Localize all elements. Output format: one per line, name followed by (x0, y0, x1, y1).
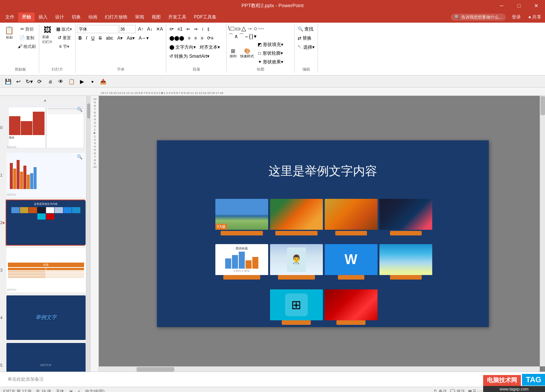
menu-slideshow[interactable]: 幻灯片放映 (101, 12, 131, 22)
slide-thumb-14[interactable]: 14 举例文字 (6, 295, 85, 341)
strikethrough-button[interactable]: S (97, 34, 103, 42)
shape-outline-button[interactable]: □ 形状轮廓▾ (256, 49, 285, 57)
menu-design[interactable]: 设计 (51, 12, 68, 22)
qa-clipboard2-button[interactable]: 📋 (66, 77, 76, 86)
maximize-button[interactable]: □ (510, 0, 528, 11)
copy-button[interactable]: 📄复制 (16, 34, 37, 42)
outline-view-button[interactable]: ☰ (473, 389, 476, 392)
shape-triangle[interactable]: △ (241, 25, 246, 32)
convert-smartart-button[interactable]: ↺ 转换为 SmartArt▾ (168, 52, 211, 60)
image-doctor[interactable]: 👨‍⚕️ (270, 244, 323, 282)
menu-transition[interactable]: 切换 (68, 12, 84, 22)
comments-button[interactable]: 💬 批注 (450, 389, 465, 392)
font-case-button[interactable]: Aa▾ (125, 34, 136, 42)
qa-undo-button[interactable]: ↩ (14, 77, 23, 86)
increase-font-button[interactable]: A↑ (137, 25, 145, 33)
qa-refresh-button[interactable]: ⟳ (35, 77, 45, 86)
align-left-button[interactable]: ⬤⬤⬤ (168, 34, 186, 42)
replace-button[interactable]: ⇄ 替换 (296, 34, 313, 42)
shape2-1[interactable]: ⌒ (228, 33, 233, 40)
align-right-button[interactable]: ≡ (193, 34, 198, 42)
image-word[interactable]: W (325, 244, 378, 282)
text-direction-button[interactable]: ⟳≡ (206, 34, 215, 42)
qa-redo-dropdown[interactable]: ↻▾ (24, 77, 34, 86)
reading-view-button[interactable]: 📖 (477, 389, 482, 392)
shape2-more[interactable]: ▾ (254, 33, 256, 39)
format-painter-button[interactable]: 🖌格式刷 (16, 42, 37, 51)
canvas-scrollbar-h[interactable] (99, 366, 540, 372)
shape2-6[interactable]: } (252, 33, 253, 39)
menu-home[interactable]: 开始 (18, 12, 35, 22)
clear-format-button[interactable]: ✕A (155, 25, 164, 33)
menu-file[interactable]: 文件 (2, 12, 18, 22)
qa-save-button[interactable]: 💾 (3, 77, 13, 86)
shape-rect[interactable]: □ (231, 25, 235, 32)
normal-view-button[interactable]: ▦ (468, 389, 472, 392)
qa-play-button[interactable]: ▶ (77, 77, 87, 86)
align-center-button[interactable]: ≡ (186, 34, 192, 42)
notes-button[interactable]: 🗒 备注 (433, 389, 447, 392)
canvas-scrollbar-v-thumb[interactable] (540, 96, 545, 115)
menu-review[interactable]: 审阅 (131, 12, 148, 22)
menu-developer[interactable]: 开发工具 (164, 12, 190, 22)
search-box[interactable]: 🔍 告诉我您想要做什么... (451, 14, 506, 21)
image-chart[interactable]: 图表标题 ● 系列1 ● 系列2 (215, 244, 268, 282)
text-direction2-button[interactable]: ⬤ 文字方向▾ (168, 43, 197, 51)
login-button[interactable]: 登录 (510, 13, 523, 21)
qa-preview-button[interactable]: 👁 (56, 77, 66, 86)
menu-pdf[interactable]: PDF工具集 (190, 12, 220, 22)
shape-arrow[interactable]: → (247, 25, 253, 32)
char-spacing-button[interactable]: A↔▾ (137, 34, 150, 42)
shadow-button[interactable]: abc (104, 34, 115, 42)
image-autumn[interactable] (270, 199, 323, 237)
underline-button[interactable]: U (90, 34, 96, 42)
slide-panel-scrollbar[interactable] (86, 96, 90, 372)
font-color-button[interactable]: A▾ (116, 34, 124, 42)
image-mountain[interactable]: XX摄 (215, 199, 268, 237)
slide-panel[interactable]: ▲ 10 图表 (0, 96, 91, 372)
shape-effects-button[interactable]: ✦ 形状效果▾ (256, 58, 285, 66)
new-slide-button[interactable]: 🖼 新建幻灯片 (41, 25, 54, 45)
select-button[interactable]: ↖ 选择▾ (296, 43, 316, 51)
font-size-input[interactable] (119, 25, 136, 33)
find-button[interactable]: 🔍 查找 (296, 25, 315, 33)
menu-animation[interactable]: 动画 (84, 12, 101, 22)
share-button[interactable]: ♠ 共享 (526, 13, 543, 21)
shape-oval[interactable]: ○ (253, 25, 257, 32)
slide-thumb-13[interactable]: 13 标题 (6, 247, 85, 293)
decrease-font-button[interactable]: A↓ (146, 25, 154, 33)
slide-scrollbar-thumb[interactable] (87, 103, 90, 118)
canvas-scrollbar-v[interactable] (540, 96, 545, 366)
section-button[interactable]: ≡节▾ (55, 42, 74, 51)
image-office[interactable]: ⊞ (270, 289, 323, 327)
close-button[interactable]: ✕ (528, 0, 545, 11)
shape2-5[interactable]: { (249, 33, 251, 39)
font-name-input[interactable] (77, 25, 118, 33)
justify-button[interactable]: ≡ (199, 34, 205, 42)
shape-line[interactable]: \ (228, 25, 230, 32)
menu-view[interactable]: 视图 (148, 12, 164, 22)
image-leaf[interactable] (325, 199, 378, 237)
thumb-search-10[interactable]: 🔍 (77, 107, 83, 112)
menu-insert[interactable]: 插入 (35, 12, 51, 22)
increase-indent-button[interactable]: ⇒ (192, 25, 199, 33)
reset-button[interactable]: ↺重置 (55, 34, 74, 42)
canvas-scrollbar-h-thumb[interactable] (137, 367, 174, 372)
thumb-search-11[interactable]: 🔍 (77, 154, 83, 160)
shape2-2[interactable]: ∧ (234, 33, 238, 39)
paste-button[interactable]: 📋 粘贴 (3, 25, 15, 41)
image-city[interactable] (379, 199, 432, 237)
arrange-button[interactable]: ⊞ 排列 (228, 40, 238, 66)
qa-export-button[interactable]: 📤 (98, 77, 108, 86)
slide-thumb-15[interactable]: 15 幻灯片15 (6, 342, 85, 372)
qa-record-button[interactable]: ● (88, 77, 97, 86)
bold-button[interactable]: B (77, 34, 83, 42)
columns-button[interactable]: ⫿ (206, 25, 211, 33)
slide-thumb-10[interactable]: 10 图表 (6, 105, 85, 151)
list-bullet-button[interactable]: ≡• (168, 25, 175, 33)
align-text-button[interactable]: 对齐文本▾ (198, 43, 221, 51)
line-spacing-button[interactable]: ↕ (200, 25, 205, 33)
layout-button[interactable]: ▦版式▾ (55, 25, 74, 33)
shape-fill-button[interactable]: ◩ 形状填充▾ (256, 40, 285, 49)
italic-button[interactable]: I (84, 34, 89, 42)
